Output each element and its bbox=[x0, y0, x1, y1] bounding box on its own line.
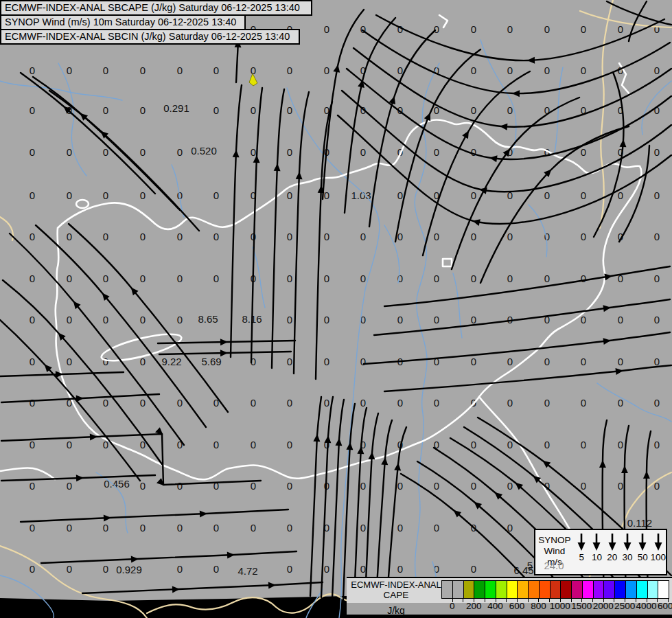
down-arrow-icon bbox=[607, 532, 618, 551]
cape-scale-label: 2500 bbox=[614, 601, 635, 611]
cape-color-swatch bbox=[485, 581, 496, 598]
cape-color-swatches bbox=[441, 580, 669, 599]
cape-scale-label: 2000 bbox=[593, 601, 614, 611]
cape-scale-label: 0 bbox=[450, 601, 455, 611]
wind-legend-scale: 510203050100 bbox=[574, 530, 666, 574]
cape-scale-tick bbox=[463, 598, 463, 602]
wind-legend-title-line: m/s bbox=[535, 557, 574, 568]
down-arrow-icon bbox=[622, 532, 633, 551]
cape-scale-label: 400 bbox=[487, 601, 503, 611]
cape-color-swatch bbox=[453, 581, 464, 598]
cape-scale-label: 600 bbox=[509, 601, 525, 611]
cape-color-swatch bbox=[615, 581, 626, 598]
wind-speed-label: 50 bbox=[638, 552, 648, 562]
map-edge-black-band bbox=[0, 596, 347, 618]
cape-spot-marker bbox=[249, 73, 257, 86]
cape-color-swatch bbox=[583, 581, 594, 598]
cape-color-swatch bbox=[561, 581, 572, 598]
cape-color-swatch bbox=[529, 581, 540, 598]
wind-speed-label: 5 bbox=[579, 552, 584, 562]
wind-streamlines bbox=[0, 1, 671, 600]
cape-scale-label: 6000 bbox=[658, 601, 672, 611]
wind-legend-title: SYNOP Wind m/s bbox=[535, 530, 574, 574]
cape-scale-tick bbox=[528, 598, 529, 602]
cape-scale-label: 800 bbox=[531, 601, 546, 611]
down-arrow-icon bbox=[591, 532, 602, 551]
wind-speed-column: 20 bbox=[605, 530, 620, 574]
header-line-sbcin: ECMWF-INDEX-ANAL SBCIN (J/kg) Saturday 0… bbox=[0, 29, 300, 45]
cape-scale-label: 1500 bbox=[571, 601, 592, 611]
down-arrow-icon bbox=[637, 532, 648, 551]
wind-speed-column: 100 bbox=[650, 530, 666, 574]
down-arrow-icon bbox=[653, 532, 664, 551]
cape-scale-tick bbox=[506, 598, 507, 602]
down-arrow-icon bbox=[576, 532, 587, 551]
wind-legend-title-line: SYNOP bbox=[535, 535, 574, 546]
lake-balaton-outline bbox=[100, 329, 184, 366]
header-line-sbcape: ECMWF-INDEX-ANAL SBCAPE (J/kg) Saturday … bbox=[0, 0, 312, 16]
cape-scale-tick bbox=[485, 598, 485, 602]
wind-speed-legend: SYNOP Wind m/s 510203050100 bbox=[534, 529, 667, 575]
cape-color-swatch bbox=[626, 581, 637, 598]
cape-legend-title: ECMWF-INDEX-ANAL CAPE J/kg bbox=[351, 580, 441, 616]
cape-scale-label: 4000 bbox=[636, 601, 657, 611]
wind-speed-column: 5 bbox=[574, 530, 589, 574]
cape-color-swatch bbox=[594, 581, 605, 598]
cape-color-swatch bbox=[518, 581, 529, 598]
wind-speed-column: 50 bbox=[635, 530, 650, 574]
cape-scale-label: 1000 bbox=[550, 601, 570, 611]
cape-color-swatch bbox=[507, 581, 518, 598]
wind-speed-label: 30 bbox=[623, 552, 633, 562]
cape-color-swatch bbox=[572, 581, 583, 598]
cape-color-swatch bbox=[551, 581, 561, 598]
wind-speed-label: 100 bbox=[650, 552, 666, 562]
cape-color-swatch bbox=[540, 581, 551, 598]
cape-color-swatch bbox=[604, 581, 615, 598]
cape-scale-label: 200 bbox=[466, 601, 482, 611]
wind-speed-column: 10 bbox=[589, 530, 604, 574]
header-line-synop-wind: SYNOP Wind (m/s) 10m Saturday 06-12-2025… bbox=[0, 14, 246, 30]
wind-speed-label: 10 bbox=[592, 552, 602, 562]
cape-legend-model-name: ECMWF-INDEX-ANAL bbox=[351, 580, 441, 590]
cape-color-swatch bbox=[464, 581, 475, 598]
wind-speed-column: 30 bbox=[620, 530, 635, 574]
cape-color-swatch bbox=[648, 581, 659, 598]
wind-speed-label: 20 bbox=[607, 552, 617, 562]
cape-color-swatch bbox=[637, 581, 648, 598]
cape-color-swatch bbox=[658, 581, 669, 598]
wind-legend-title-line: Wind bbox=[535, 546, 574, 557]
cape-color-swatch bbox=[474, 581, 485, 598]
cape-color-legend: ECMWF-INDEX-ANAL CAPE J/kg 0200400600800… bbox=[347, 577, 672, 618]
cape-legend-parameter: CAPE bbox=[351, 590, 441, 600]
map-graphics bbox=[0, 0, 672, 618]
cape-legend-units: J/kg bbox=[351, 605, 441, 616]
weather-map: 0000000000000000000000000000000000000000… bbox=[0, 0, 672, 618]
cape-color-swatch bbox=[442, 581, 453, 598]
cape-color-swatch bbox=[496, 581, 507, 598]
